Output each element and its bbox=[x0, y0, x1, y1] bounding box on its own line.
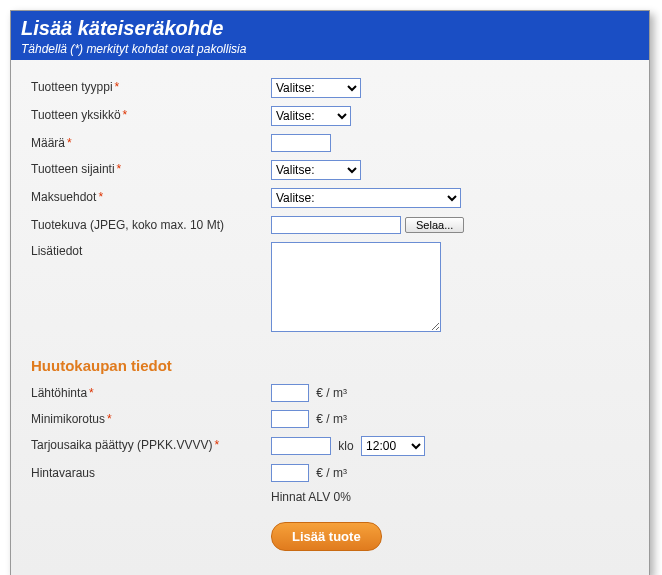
label-quantity: Määrä* bbox=[31, 134, 271, 150]
select-product-location[interactable]: Valitse: bbox=[271, 160, 361, 180]
label-start-price: Lähtöhinta* bbox=[31, 384, 271, 400]
page-title: Lisää käteiseräkohde bbox=[21, 17, 639, 40]
input-quantity[interactable] bbox=[271, 134, 331, 152]
form-body: Tuotteen tyyppi* Valitse: Tuotteen yksik… bbox=[11, 60, 649, 575]
section-auction-title: Huutokaupan tiedot bbox=[31, 357, 629, 374]
select-product-unit[interactable]: Valitse: bbox=[271, 106, 351, 126]
label-product-type: Tuotteen tyyppi* bbox=[31, 78, 271, 94]
browse-button[interactable]: Selaa... bbox=[405, 217, 464, 233]
required-note: Tähdellä (*) merkityt kohdat ovat pakoll… bbox=[21, 42, 639, 56]
select-payment-terms[interactable]: Valitse: bbox=[271, 188, 461, 208]
time-label: klo bbox=[338, 439, 353, 453]
label-additional-info: Lisätiedot bbox=[31, 242, 271, 258]
submit-button[interactable]: Lisää tuote bbox=[271, 522, 382, 551]
label-min-raise: Minimikorotus* bbox=[31, 410, 271, 426]
select-bid-deadline-time[interactable]: 12:00 bbox=[361, 436, 425, 456]
label-price-reserve: Hintavaraus bbox=[31, 464, 271, 480]
label-product-location: Tuotteen sijainti* bbox=[31, 160, 271, 176]
select-product-type[interactable]: Valitse: bbox=[271, 78, 361, 98]
unit-price-reserve: € / m³ bbox=[316, 466, 347, 480]
form-window: Lisää käteiseräkohde Tähdellä (*) merkit… bbox=[10, 10, 650, 575]
vat-note: Hinnat ALV 0% bbox=[271, 490, 629, 504]
label-payment-terms: Maksuehdot* bbox=[31, 188, 271, 204]
textarea-additional-info[interactable] bbox=[271, 242, 441, 332]
input-bid-deadline-date[interactable] bbox=[271, 437, 331, 455]
label-bid-deadline: Tarjousaika päättyy (PPKK.VVVV)* bbox=[31, 436, 271, 452]
unit-min-raise: € / m³ bbox=[316, 412, 347, 426]
input-min-raise[interactable] bbox=[271, 410, 309, 428]
label-product-unit: Tuotteen yksikkö* bbox=[31, 106, 271, 122]
form-header: Lisää käteiseräkohde Tähdellä (*) merkit… bbox=[11, 11, 649, 60]
input-price-reserve[interactable] bbox=[271, 464, 309, 482]
input-start-price[interactable] bbox=[271, 384, 309, 402]
label-product-image: Tuotekuva (JPEG, koko max. 10 Mt) bbox=[31, 216, 271, 232]
input-file-path[interactable] bbox=[271, 216, 401, 234]
unit-start-price: € / m³ bbox=[316, 386, 347, 400]
